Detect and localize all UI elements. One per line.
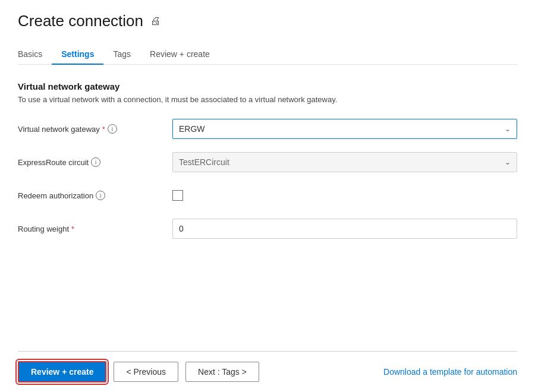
tab-settings[interactable]: Settings <box>52 45 103 65</box>
tab-basics[interactable]: Basics <box>18 45 52 65</box>
gateway-select[interactable]: ERGW ⌄ <box>172 119 517 139</box>
circuit-control: TestERCircuit ⌄ <box>172 152 517 172</box>
circuit-select[interactable]: TestERCircuit ⌄ <box>172 152 517 172</box>
circuit-value: TestERCircuit <box>179 157 229 167</box>
review-create-button[interactable]: Review + create <box>18 361 106 382</box>
gateway-value: ERGW <box>179 124 205 134</box>
routing-input[interactable] <box>172 219 517 239</box>
download-template-button[interactable]: Download a template for automation <box>383 367 517 377</box>
gateway-info-icon[interactable]: i <box>108 124 117 134</box>
section-description: To use a virtual network with a connecti… <box>18 95 517 104</box>
redeem-label: Redeem authorization i <box>18 191 172 200</box>
gateway-control: ERGW ⌄ <box>172 119 517 139</box>
redeem-row: Redeem authorization i <box>18 185 517 206</box>
tab-tags[interactable]: Tags <box>103 45 140 65</box>
circuit-label: ExpressRoute circuit i <box>18 157 172 167</box>
redeem-checkbox[interactable] <box>172 190 183 201</box>
footer: Review + create < Previous Next : Tags >… <box>18 351 517 392</box>
page-title: Create connection <box>18 12 143 30</box>
routing-label: Routing weight * <box>18 225 172 233</box>
redeem-control <box>172 190 517 201</box>
section-title: Virtual network gateway <box>18 81 517 91</box>
tab-bar: Basics Settings Tags Review + create <box>18 45 517 65</box>
circuit-row: ExpressRoute circuit i TestERCircuit ⌄ <box>18 151 517 173</box>
routing-control <box>172 219 517 239</box>
previous-button[interactable]: < Previous <box>114 362 178 382</box>
circuit-chevron-icon: ⌄ <box>505 158 511 166</box>
routing-row: Routing weight * <box>18 218 517 239</box>
routing-required: * <box>71 225 74 233</box>
redeem-info-icon[interactable]: i <box>96 191 105 200</box>
next-tags-button[interactable]: Next : Tags > <box>185 362 259 382</box>
gateway-row: Virtual network gateway * i ERGW ⌄ <box>18 118 517 140</box>
tab-review-create[interactable]: Review + create <box>140 45 219 65</box>
circuit-info-icon[interactable]: i <box>91 157 100 167</box>
gateway-label: Virtual network gateway * i <box>18 124 172 134</box>
gateway-chevron-icon: ⌄ <box>505 125 511 133</box>
gateway-required: * <box>102 125 105 134</box>
print-icon[interactable]: 🖨 <box>150 15 161 27</box>
